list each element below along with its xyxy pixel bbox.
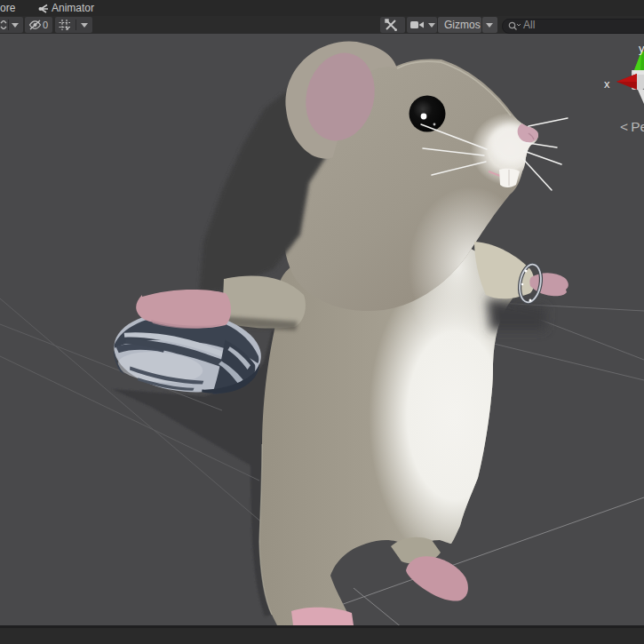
svg-text:< Pe: < Pe xyxy=(620,119,644,134)
svg-text:x: x xyxy=(604,77,610,91)
svg-text:y: y xyxy=(639,42,644,55)
